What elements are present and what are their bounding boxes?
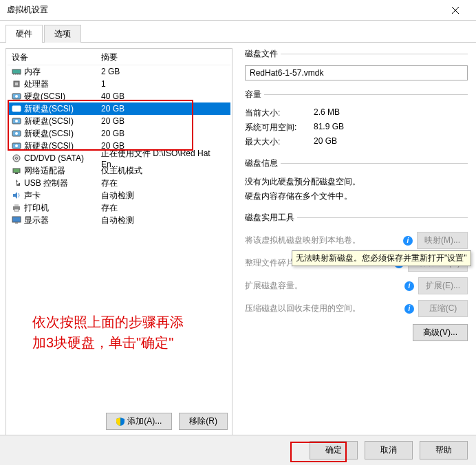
- device-row[interactable]: 内存2 GB: [8, 65, 230, 78]
- svg-point-10: [15, 95, 18, 98]
- device-row[interactable]: CD/DVD (SATA)正在使用文件 D:\ISO\Red Hat En...: [8, 152, 230, 164]
- map-button[interactable]: 映射(M)...: [417, 232, 468, 249]
- svg-rect-22: [15, 173, 18, 174]
- disk-info-line1: 没有为此硬盘预分配磁盘空间。: [245, 175, 468, 189]
- svg-rect-2: [12, 69, 21, 74]
- svg-rect-27: [15, 222, 18, 224]
- disk-icon: [12, 105, 24, 113]
- device-summary: 20 GB: [101, 104, 226, 113]
- device-name: 网络适配器: [24, 165, 101, 177]
- device-row[interactable]: 打印机存在: [8, 202, 230, 214]
- svg-rect-8: [15, 83, 18, 85]
- device-name: 新硬盘(SCSI): [24, 140, 101, 152]
- free-space-label: 系统可用空间:: [245, 122, 314, 133]
- svg-point-18: [15, 144, 18, 147]
- device-summary: 自动检测: [101, 190, 226, 202]
- capacity-group: 容量 当前大小:2.6 MB 系统可用空间:81.9 GB 最大大小:20 GB: [245, 89, 468, 151]
- disk-utilities-group: 磁盘实用工具 将该虚拟机磁盘映射到本地卷。 i 映射(M)... 整理文件碎片 …: [245, 212, 468, 343]
- titlebar: 虚拟机设置: [0, 0, 476, 21]
- current-size-label: 当前大小:: [245, 107, 314, 119]
- expand-text: 扩展磁盘容量。: [245, 280, 400, 292]
- bottom-bar: 确定 取消 帮助: [0, 435, 476, 465]
- svg-point-20: [16, 158, 18, 160]
- device-summary: 存在: [101, 177, 226, 189]
- device-summary: 1: [101, 79, 226, 89]
- help-button[interactable]: 帮助: [420, 441, 468, 459]
- device-summary: 20 GB: [101, 129, 226, 138]
- info-icon: i: [403, 236, 413, 246]
- device-summary: 40 GB: [101, 91, 226, 101]
- device-row[interactable]: 处理器1: [8, 78, 230, 90]
- device-summary: 存在: [101, 202, 226, 214]
- disk-info-line2: 硬盘内容存储在多个文件中。: [245, 189, 468, 204]
- device-row[interactable]: 新硬盘(SCSI)20 GB: [8, 127, 230, 140]
- free-space-value: 81.9 GB: [314, 122, 344, 133]
- ok-button[interactable]: 确定: [310, 441, 358, 459]
- svg-point-14: [15, 120, 18, 122]
- cpu-icon: [12, 80, 24, 88]
- close-button[interactable]: [442, 0, 469, 21]
- device-name: 新硬盘(SCSI): [24, 103, 101, 115]
- remove-button[interactable]: 移除(R): [179, 413, 228, 430]
- device-name: 新硬盘(SCSI): [24, 116, 101, 127]
- advanced-button[interactable]: 高级(V)...: [413, 324, 468, 341]
- device-row[interactable]: USB 控制器存在: [8, 177, 230, 189]
- close-icon: [452, 7, 459, 14]
- cancel-button[interactable]: 取消: [365, 441, 413, 459]
- disk-icon: [12, 142, 24, 150]
- device-row[interactable]: 声卡自动检测: [8, 189, 230, 202]
- cdrom-icon: [12, 154, 24, 162]
- disk-icon: [12, 117, 24, 125]
- disk-file-input[interactable]: RedHat6-1-57.vmdk: [245, 65, 468, 80]
- svg-point-16: [15, 132, 18, 135]
- tooltip: 无法映射新磁盘。您必须保存并重新打开"设置": [292, 250, 471, 266]
- svg-rect-25: [14, 209, 19, 211]
- header-summary: 摘要: [101, 52, 226, 63]
- device-row[interactable]: 新硬盘(SCSI)20 GB: [8, 115, 230, 127]
- device-summary: 20 GB: [101, 116, 226, 126]
- device-row[interactable]: 网络适配器仅主机模式: [8, 164, 230, 177]
- tab-options[interactable]: 选项: [44, 25, 81, 43]
- device-panel: 设备 摘要 内存2 GB处理器1硬盘(SCSI)40 GB新硬盘(SCSI)20…: [6, 48, 232, 436]
- settings-panel: 磁盘文件 RedHat6-1-57.vmdk 容量 当前大小:2.6 MB 系统…: [239, 48, 470, 436]
- device-name: 新硬盘(SCSI): [24, 128, 101, 140]
- device-list[interactable]: 内存2 GB处理器1硬盘(SCSI)40 GB新硬盘(SCSI)20 GB新硬盘…: [8, 65, 230, 409]
- device-row[interactable]: 新硬盘(SCSI)20 GB: [8, 102, 230, 115]
- window-title: 虚拟机设置: [7, 4, 48, 16]
- map-text: 将该虚拟机磁盘映射到本地卷。: [245, 235, 399, 246]
- device-summary: 2 GB: [101, 67, 226, 76]
- tab-hardware[interactable]: 硬件: [6, 25, 43, 43]
- memory-icon: [12, 67, 24, 76]
- info-icon: i: [404, 304, 414, 314]
- max-size-value: 20 GB: [314, 136, 337, 148]
- usb-icon: [12, 179, 24, 187]
- device-row[interactable]: 硬盘(SCSI)40 GB: [8, 90, 230, 102]
- device-name: 处理器: [24, 78, 101, 90]
- device-row[interactable]: 显示器自动检测: [8, 214, 230, 226]
- device-name: CD/DVD (SATA): [24, 153, 101, 163]
- device-name: 打印机: [24, 202, 101, 214]
- device-name: 显示器: [24, 215, 101, 226]
- disk-info-group: 磁盘信息 没有为此硬盘预分配磁盘空间。 硬盘内容存储在多个文件中。: [245, 158, 468, 205]
- svg-rect-21: [13, 169, 20, 173]
- network-icon: [12, 166, 24, 175]
- device-name: 硬盘(SCSI): [24, 91, 101, 102]
- disk-icon: [12, 129, 24, 138]
- current-size-value: 2.6 MB: [314, 107, 340, 119]
- device-name: 内存: [24, 66, 101, 78]
- disk-icon: [12, 92, 24, 100]
- expand-button[interactable]: 扩展(E)...: [418, 277, 468, 294]
- device-list-header: 设备 摘要: [8, 50, 230, 65]
- display-icon: [12, 216, 24, 224]
- add-button[interactable]: 添加(A)...: [106, 413, 172, 430]
- device-summary: 自动检测: [101, 215, 226, 226]
- svg-point-12: [15, 107, 18, 110]
- device-summary: 仅主机模式: [101, 165, 226, 177]
- shield-icon: [116, 418, 125, 426]
- device-name: 声卡: [24, 190, 101, 202]
- compact-button[interactable]: 压缩(C): [418, 300, 468, 317]
- max-size-label: 最大大小:: [245, 136, 314, 148]
- compact-text: 压缩磁盘以回收未使用的空间。: [245, 303, 400, 314]
- svg-rect-26: [12, 217, 21, 222]
- header-device: 设备: [12, 52, 101, 63]
